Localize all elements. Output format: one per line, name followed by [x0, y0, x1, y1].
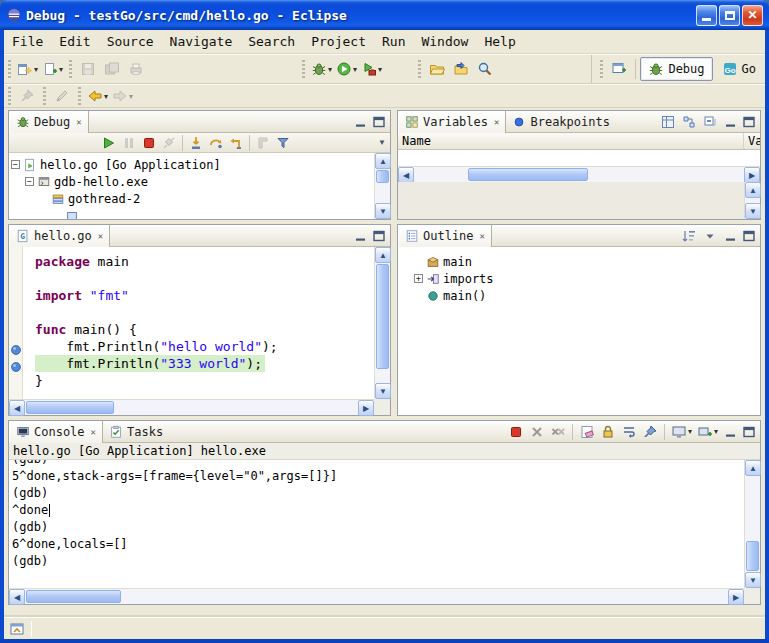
step-return-button[interactable] [226, 134, 246, 152]
last-edit-button[interactable] [50, 84, 74, 108]
scroll-left-button[interactable]: ◀ [9, 589, 25, 605]
close-button[interactable]: ✕ [742, 5, 763, 26]
tree-item[interactable]: −hello.go [Go Application] [9, 156, 374, 173]
back-button[interactable]: ▾ [85, 84, 110, 108]
scroll-left-button[interactable]: ◀ [9, 400, 25, 416]
tree-item[interactable]: +imports [412, 270, 760, 287]
menu-project[interactable]: Project [303, 32, 374, 51]
console-output[interactable]: (gdb)5^done,stack-args=[frame={level="0"… [9, 460, 744, 588]
show-type-names-button[interactable] [658, 113, 678, 131]
scroll-thumb[interactable] [26, 590, 121, 603]
code-editor[interactable]: package mainimport "fmt"func main() { fm… [23, 247, 374, 399]
tab-debug[interactable]: Debug✕ [9, 111, 89, 133]
step-into-button[interactable] [186, 134, 206, 152]
open-perspective-button[interactable] [607, 57, 631, 81]
tab-outline[interactable]: Outline✕ [398, 225, 492, 247]
maximize-view-button[interactable] [370, 227, 387, 244]
tab-breakpoints[interactable]: Breakpoints [506, 111, 615, 133]
tree-item[interactable]: main() [412, 287, 760, 304]
terminate-button[interactable] [139, 134, 159, 152]
maximize-view-button[interactable] [740, 227, 757, 244]
close-tab-icon[interactable]: ✕ [480, 231, 485, 241]
word-wrap-button[interactable] [619, 423, 639, 441]
toolbar-grip[interactable] [43, 87, 46, 105]
menu-help[interactable]: Help [476, 32, 523, 51]
scroll-right-button[interactable]: ▶ [728, 589, 744, 605]
scroll-thumb[interactable] [26, 401, 114, 414]
toolbar-overflow-chevron[interactable]: ▼ [378, 138, 390, 147]
close-tab-icon[interactable]: ✕ [91, 427, 96, 437]
variables-tree[interactable] [398, 150, 760, 166]
detail-vertical-scrollbar[interactable]: ▲ ▼ [744, 182, 760, 219]
folder-go-button[interactable] [449, 57, 473, 81]
minimize-view-button[interactable] [722, 423, 739, 440]
toolbar-grip[interactable] [600, 60, 603, 78]
scroll-thumb[interactable] [746, 541, 759, 571]
scroll-right-button[interactable]: ▶ [744, 167, 760, 183]
new-wizard-button[interactable]: ▾ [15, 57, 40, 81]
external-tools-button[interactable]: ▾ [359, 57, 384, 81]
minimize-view-button[interactable] [722, 227, 739, 244]
menu-search[interactable]: Search [240, 32, 303, 51]
view-menu-button[interactable] [700, 227, 720, 245]
debug-vertical-scrollbar[interactable]: ▲ ▼ [374, 153, 390, 219]
perspective-go-button[interactable]: GoGo [715, 57, 763, 81]
column-header-name[interactable]: Name [398, 133, 744, 149]
tab-console[interactable]: Console✕ [9, 421, 103, 443]
open-folder-button[interactable] [425, 57, 449, 81]
pin-console-button[interactable] [640, 423, 660, 441]
minimize-view-button[interactable] [352, 227, 369, 244]
suspend-button[interactable] [119, 134, 139, 152]
run-button[interactable]: ▾ [334, 57, 359, 81]
display-console-button[interactable]: ▾ [669, 423, 694, 441]
terminate-button[interactable] [506, 423, 526, 441]
scroll-up-button[interactable]: ▲ [375, 247, 391, 263]
scroll-up-button[interactable]: ▲ [375, 153, 391, 169]
menu-source[interactable]: Source [99, 32, 162, 51]
save-all-button[interactable] [100, 57, 124, 81]
step-over-button[interactable] [206, 134, 226, 152]
scroll-thumb[interactable] [376, 170, 389, 183]
new-file-button[interactable]: ▾ [40, 57, 65, 81]
tree-item[interactable]: main [412, 253, 760, 270]
scroll-thumb[interactable] [376, 264, 389, 369]
tree-expander-icon[interactable]: + [414, 274, 423, 283]
tree-item[interactable] [9, 207, 374, 219]
close-tab-icon[interactable]: ✕ [76, 117, 81, 127]
menu-edit[interactable]: Edit [51, 32, 98, 51]
toolbar-grip[interactable] [418, 60, 421, 78]
tree-item[interactable]: −gdb-hello.exe [9, 173, 374, 190]
menu-file[interactable]: File [4, 32, 51, 51]
toolbar-grip[interactable] [302, 60, 305, 78]
remove-all-launches-button[interactable] [548, 423, 568, 441]
debug-bug-button[interactable]: ▾ [309, 57, 334, 81]
debug-launch-tree[interactable]: −hello.go [Go Application]−gdb-hello.exe… [9, 153, 374, 219]
titlebar[interactable]: Debug - testGo/src/cmd/hello.go - Eclips… [0, 0, 769, 30]
variables-horizontal-scrollbar[interactable]: ◀ ▶ [398, 166, 760, 182]
close-tab-icon[interactable]: ✕ [98, 231, 103, 241]
console-vertical-scrollbar[interactable]: ▲ ▼ [744, 460, 760, 588]
search-button[interactable] [473, 57, 497, 81]
scroll-lock-button[interactable] [598, 423, 618, 441]
minimize-button[interactable] [696, 5, 717, 26]
instruction-pointer-icon[interactable] [10, 359, 22, 371]
editor-horizontal-scrollbar[interactable]: ◀ ▶ [9, 399, 374, 415]
save-button[interactable] [76, 57, 100, 81]
tree-expander-icon[interactable]: − [25, 177, 34, 186]
maximize-button[interactable] [719, 5, 740, 26]
tab-hello-go[interactable]: Ghello.go✕ [9, 225, 110, 247]
menu-window[interactable]: Window [413, 32, 476, 51]
scroll-up-button[interactable]: ▲ [745, 460, 761, 476]
tab-tasks[interactable]: Tasks [103, 421, 169, 443]
breakpoint-icon[interactable] [10, 342, 22, 354]
scroll-down-button[interactable]: ▼ [375, 383, 391, 399]
scroll-up-button[interactable]: ▲ [745, 182, 761, 198]
toolbar-grip[interactable] [8, 60, 11, 78]
collapse-all-button[interactable] [700, 113, 720, 131]
maximize-view-button[interactable] [740, 423, 757, 440]
scroll-down-button[interactable]: ▼ [375, 203, 391, 219]
fast-view-button[interactable] [8, 620, 25, 637]
editor-marker-ruler[interactable] [9, 247, 23, 399]
variables-detail-pane[interactable]: ▲ ▼ [398, 182, 760, 219]
outline-tree[interactable]: main+importsmain() [398, 247, 760, 415]
